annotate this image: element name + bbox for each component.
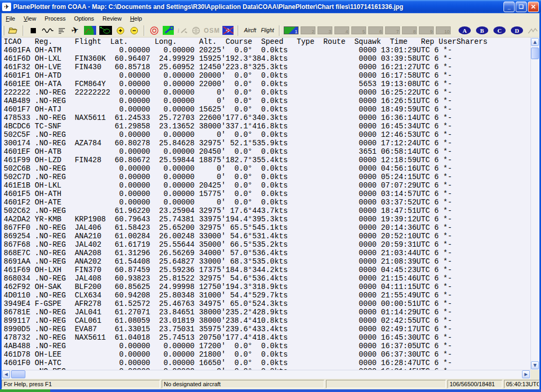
close-button[interactable]: ✕ [528,2,539,12]
menu-file[interactable]: File [2,14,20,23]
app-plane-icon: ✈ [2,3,11,11]
view-d-button[interactable]: D [511,26,523,34]
table-row[interactable]: 222222 .NO-REG 22222222 0.00000 0.00000 … [4,88,530,97]
restore-button[interactable]: ❏ [516,2,527,12]
chart-page-button-10[interactable]: 10 [436,26,451,34]
wrench-icon [163,26,174,35]
table-row[interactable]: 461D78 OH-LEE 0.00000 0.00000 21800' 0.0… [4,350,530,359]
table-row[interactable]: 869254 .NO-REG ANA210 61.00284 26.00248 … [4,232,530,240]
svg-text:i: i [178,27,179,34]
aircraft-table-area: ICAO Reg. Flight Lat. Long. Alt. Course … [2,38,539,370]
signal-waveform-button[interactable] [41,25,54,36]
zoom-in-button[interactable] [114,25,127,36]
view-c-button[interactable]: C [493,26,506,34]
table-row[interactable]: 3949E4 F-GSPE AFR278 61.52572 25.46763 3… [4,300,530,308]
table-row[interactable]: 868E7C .NO-REG ANA208 61.31296 26.56269 … [4,249,530,257]
table-row[interactable]: 4AB489 .NO-REG 0.00000 0.00000 0' 0.0° 0… [4,97,530,105]
chart-page-button-7[interactable]: 7 [385,26,400,34]
info-tools-icon: i [177,26,188,34]
table-row[interactable]: 4601F1 OH-ATD 0.00000 0.00000 20000' 0.0… [4,71,530,80]
vertical-scroll-thumb[interactable] [531,48,539,59]
flight-button[interactable]: Flight [259,25,276,36]
menu-help[interactable]: Help [126,14,146,23]
table-row[interactable]: 4BCDC6 TC-SNF 61.29858 23.13652 38000'33… [4,122,530,130]
table-row[interactable]: 461F69 OH-LXH FIN370 60.87459 25.59236 1… [4,266,530,274]
open-file-button[interactable] [7,25,20,36]
aircft-button[interactable]: Aircft [242,25,258,36]
table-row[interactable]: 4601F0 OH-ATC 0.00000 0.00000 16650' 0.0… [4,359,530,367]
chart-page-button-9[interactable]: 9 [419,26,434,34]
table-row[interactable]: 502C7D .NO-REG 0.00000 0.00000 0' 0.0° 0… [4,173,530,181]
setup-button[interactable] [162,25,175,36]
table-row[interactable]: 868034 .NO-REG JAL408 60.93823 25.81522 … [4,274,530,283]
table-row[interactable]: 867FF0 .NO-REG JAL406 61.58423 25.65200 … [4,223,530,232]
table-row[interactable]: 4601FA OH-ATM 0.00000 0.00000 20225' 0.0… [4,46,530,54]
chart-page-button-6[interactable]: 6 [368,26,383,34]
table-row[interactable]: 86781E .NO-REG JAL041 61.27071 23.84651 … [4,308,530,316]
aircraft-icon: ✈ [71,25,80,36]
vertical-scrollbar[interactable]: ▲ ▼ [530,38,539,370]
flight-label: Flight [259,27,275,33]
info-tools-button[interactable]: i [176,25,189,36]
target-button[interactable] [148,25,161,36]
table-row[interactable]: 502C5F .NO-REG 0.00000 0.00000 0' 0.0° 0… [4,130,530,139]
toolbar-separator [279,25,280,36]
chart-page-button-3[interactable]: 3 [318,26,332,34]
table-row[interactable]: 4601F2 OH-ATE 0.00000 0.00000 0' 0.0° 0.… [4,198,530,207]
scroll-up-button[interactable]: ▲ [531,38,539,46]
table-row[interactable]: 461F99 OH-LZD FIN428 60.80672 25.59844 1… [4,156,530,164]
horizontal-scroll-thumb[interactable] [11,370,25,378]
table-row[interactable]: 4601EF OH-ATB 0.00000 0.00000 20450' 0.0… [4,147,530,156]
status-designated-aircraft: No designated aircraft [162,380,324,388]
table-row[interactable]: 899117 .NO-REG CAL061 61.08059 23.01819 … [4,316,530,325]
aircraft-view-button[interactable]: ✈ [69,25,82,36]
chart-page-button-4[interactable]: 4 [334,26,349,34]
view-b-button[interactable]: B [476,26,488,34]
table-row[interactable]: 8691AA .NO-REG ANA202 61.54408 25.64827 … [4,257,530,266]
hide-aircraft-button[interactable]: ✈ [221,25,235,36]
table-row[interactable]: 502C6B .NO-REG 0.00000 0.00000 0' 0.0° 0… [4,164,530,173]
osm-button[interactable]: OSM [203,25,220,36]
table-row[interactable]: 4601F7 OH-ATJ 0.00000 0.00000 15625' 0.0… [4,105,530,114]
table-row[interactable]: 300174 .NO-REG AZA784 60.80278 25.84628 … [4,139,530,147]
table-row[interactable]: 4D0110 .NO-REG CLX634 60.94208 25.80348 … [4,291,530,300]
table-row[interactable]: 4A2DA2 YR-KMB KRP1908 60.79643 25.74381 … [4,215,530,223]
menu-review[interactable]: Review [98,14,126,23]
scroll-left-button[interactable]: ◀ [2,370,10,378]
table-row[interactable]: 4601F5 OH-ATH 0.00000 0.00000 15775' 0.0… [4,190,530,198]
map-view-button[interactable] [83,25,98,36]
toolbar: ✈ i OSM ✈ Aircft Flight 12345678910 AB [2,24,539,38]
table-row[interactable]: 478732 .NO-REG NAX5611 61.04018 25.74513… [4,333,530,342]
radar-plot-button[interactable] [98,25,113,36]
table-row[interactable]: 461E1B OH-LKL 0.00000 0.00000 20425' 0.0… [4,181,530,190]
menu-process[interactable]: Process [40,14,70,23]
start-button-sliver[interactable] [0,389,50,392]
stop-button[interactable] [27,25,40,36]
table-row[interactable]: 4601EE OH-ATA FCM864Y 0.00000 0.00000 22… [4,80,530,88]
signature-button[interactable] [526,25,539,36]
table-row[interactable]: 502C62 .NO-REG 61.96220 23.25904 32975' … [4,207,530,215]
table-header-row: ICAO Reg. Flight Lat. Long. Alt. Course … [4,38,530,46]
table-row[interactable]: 461F6D OH-LXL FIN360K 60.96407 24.99929 … [4,54,530,63]
table-row[interactable]: 461F32 OH-LVE FIN430 60.85718 25.60952 1… [4,63,530,71]
table-row[interactable]: 462F92 OH-SAK BLF200 60.85625 24.99998 1… [4,283,530,291]
menu-view[interactable]: View [20,14,41,23]
table-row[interactable]: 867F68 .NO-REG JAL402 61.61719 25.55644 … [4,240,530,249]
table-row[interactable]: 478533 .NO-REG NAX5611 61.24533 25.72703… [4,114,530,122]
chart-page-buttons: 12345678910 [283,26,452,34]
table-row[interactable]: 4AB488 .NO-REG 0.00000 0.00000 17200' 0.… [4,342,530,350]
chart-page-button-2[interactable]: 2 [301,26,315,34]
table-row[interactable]: 8990D5 .NO-REG EVA87 61.33015 23.75031 3… [4,325,530,333]
zoom-out-button[interactable] [128,25,141,36]
minimize-button[interactable]: _ [503,2,515,12]
horizontal-scrollbar[interactable]: ◀ ▶ [2,370,530,379]
chart-page-button-5[interactable]: 5 [351,26,366,34]
chart-page-button-8[interactable]: 8 [402,26,417,34]
message-levels-button[interactable] [55,25,68,36]
scroll-right-button[interactable]: ▶ [522,370,530,378]
menu-options[interactable]: Options [70,14,98,23]
scroll-down-button[interactable]: ▼ [531,361,539,369]
globe-button[interactable] [190,25,202,36]
view-a-button[interactable]: A [459,26,471,34]
chart-page-button-1[interactable]: 1 [284,26,299,34]
